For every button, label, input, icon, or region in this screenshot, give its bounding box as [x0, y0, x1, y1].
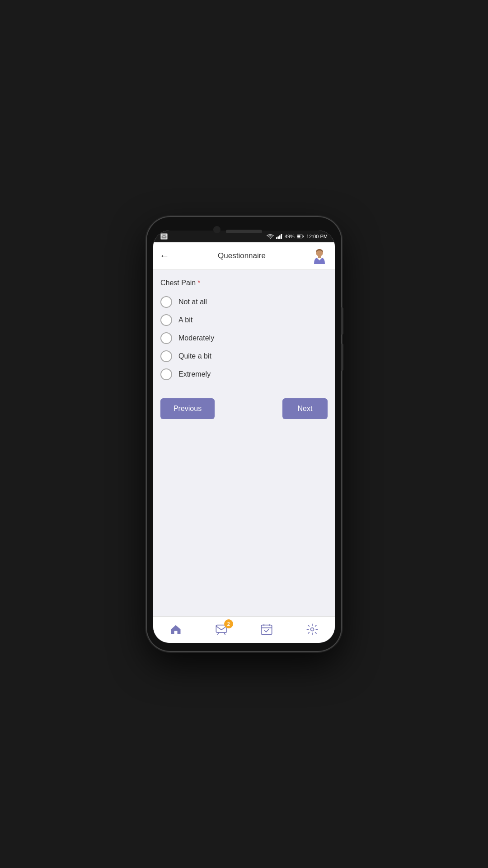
svg-rect-4	[281, 234, 282, 239]
svg-rect-1	[276, 237, 277, 239]
options-list: Not at all A bit Moderately Quite a bit	[160, 296, 328, 380]
nav-item-settings[interactable]	[301, 621, 323, 637]
nav-item-home[interactable]	[165, 621, 187, 637]
svg-rect-2	[277, 236, 279, 239]
svg-rect-3	[279, 235, 281, 239]
status-right: 49% 12:00 PM	[267, 234, 328, 239]
home-icon	[169, 623, 182, 636]
notification-icon	[160, 233, 168, 240]
settings-icon	[306, 623, 319, 636]
main-content: Chest Pain * Not at all A bit Moderately	[153, 270, 335, 616]
option-a-bit[interactable]: A bit	[160, 314, 328, 326]
radio-extremely[interactable]	[160, 368, 172, 380]
option-quite-a-bit[interactable]: Quite a bit	[160, 350, 328, 362]
option-label-a-bit: A bit	[178, 316, 192, 324]
required-indicator: *	[197, 279, 200, 287]
wifi-icon	[267, 234, 274, 239]
nav-item-calendar[interactable]	[256, 621, 277, 637]
back-button[interactable]: ←	[160, 248, 173, 264]
next-button[interactable]: Next	[282, 398, 328, 419]
battery-icon	[297, 234, 304, 239]
app-header: ← Questionnaire	[153, 242, 335, 270]
radio-a-bit[interactable]	[160, 314, 172, 326]
side-button-volume-down	[341, 344, 343, 371]
svg-point-15	[310, 628, 314, 631]
battery-percent: 49%	[285, 234, 295, 239]
messages-badge: 2	[224, 619, 233, 628]
page-title: Questionnaire	[173, 251, 310, 260]
option-moderately[interactable]: Moderately	[160, 332, 328, 344]
status-bar: 49% 12:00 PM	[153, 231, 335, 242]
calendar-icon	[260, 623, 273, 636]
radio-not-at-all[interactable]	[160, 296, 172, 308]
nav-item-messages[interactable]: 2	[211, 621, 232, 637]
status-time: 12:00 PM	[306, 234, 328, 239]
phone-screen: 49% 12:00 PM ← Questionnaire	[153, 231, 335, 643]
question-label: Chest Pain *	[160, 279, 328, 287]
option-label-quite-a-bit: Quite a bit	[178, 352, 211, 360]
previous-button[interactable]: Previous	[160, 398, 215, 419]
svg-rect-7	[297, 235, 300, 237]
svg-rect-9	[318, 256, 321, 258]
question-text: Chest Pain	[160, 279, 196, 287]
option-extremely[interactable]: Extremely	[160, 368, 328, 380]
radio-moderately[interactable]	[160, 332, 172, 344]
side-button-volume-up	[341, 307, 343, 335]
radio-quite-a-bit[interactable]	[160, 350, 172, 362]
content-spacer	[160, 419, 328, 607]
avatar[interactable]	[310, 247, 328, 265]
option-label-moderately: Moderately	[178, 334, 214, 342]
svg-rect-11	[262, 625, 272, 635]
option-label-extremely: Extremely	[178, 370, 211, 378]
navigation-buttons: Previous Next	[160, 398, 328, 419]
bottom-navigation: 2	[153, 616, 335, 643]
status-left	[160, 233, 168, 240]
phone-shell: 49% 12:00 PM ← Questionnaire	[147, 217, 341, 651]
svg-rect-6	[303, 236, 303, 237]
svg-rect-0	[161, 234, 167, 239]
option-label-not-at-all: Not at all	[178, 298, 207, 306]
signal-icon	[276, 234, 282, 239]
option-not-at-all[interactable]: Not at all	[160, 296, 328, 308]
